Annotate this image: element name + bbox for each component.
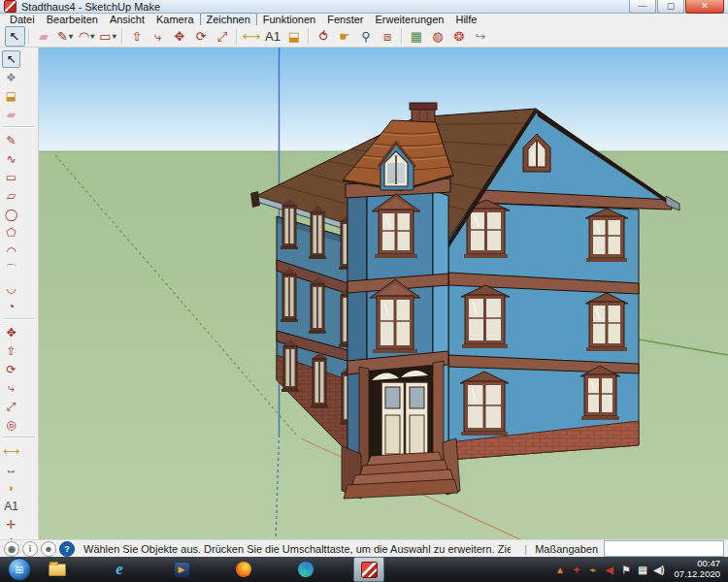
window[interactable] — [281, 268, 298, 322]
offset-tool-button[interactable]: ◎ — [2, 416, 20, 434]
help-button[interactable]: ? — [59, 541, 75, 557]
rectangle-tool-button[interactable]: ▭▾ — [98, 26, 118, 47]
push-pull-tool-button[interactable]: ⇧ — [2, 342, 20, 360]
dimension-tool-button[interactable]: ↔ — [2, 461, 20, 478]
maximize-button[interactable]: ▢ — [657, 0, 684, 14]
add-location-icon: ▦ — [411, 30, 422, 43]
protractor-tool-button[interactable]: ◗ — [2, 479, 20, 497]
action-center-flag-button[interactable]: ⚑ — [618, 565, 633, 575]
menu-kamera[interactable]: Kamera — [150, 14, 200, 25]
window[interactable] — [309, 277, 326, 334]
push-pull-tool-button[interactable]: ⇧ — [127, 26, 148, 47]
sign-in-button[interactable]: ☻ — [41, 541, 56, 557]
taskbar-file-explorer[interactable] — [43, 558, 72, 581]
move-tool-button[interactable]: ✥ — [170, 26, 190, 47]
rotate-tool-button[interactable]: ⟳ — [2, 361, 20, 378]
scene[interactable] — [39, 48, 728, 539]
zoom-extents-tool-button[interactable]: ⧈ — [378, 26, 398, 47]
follow-me-tool-button[interactable]: ⤷ — [149, 26, 169, 47]
move-tool-button[interactable]: ✥ — [2, 324, 20, 341]
extension-warehouse-button[interactable]: ❂ — [449, 26, 470, 47]
orbit-tool-button[interactable]: ⥀ — [314, 26, 334, 47]
window[interactable] — [585, 293, 628, 351]
volume-button[interactable]: ◀) — [651, 565, 666, 575]
paint-bucket-tool-button[interactable]: ⬓ — [284, 26, 305, 47]
line-tool-dropdown-icon[interactable]: ▾ — [69, 32, 73, 41]
tray-broom-button[interactable]: ⌁ — [585, 565, 600, 575]
scale-tool-button[interactable]: ⤢ — [213, 26, 233, 47]
window[interactable] — [461, 285, 510, 348]
window[interactable] — [580, 366, 620, 420]
3d-warehouse-button[interactable]: ◍ — [428, 26, 448, 47]
tape-measure-tool-button[interactable]: ⟷ — [242, 26, 262, 47]
taskbar-sketchup-active[interactable] — [353, 557, 384, 582]
three-point-arc-tool-button[interactable]: ◡ — [2, 279, 20, 297]
menu-erweiterungen[interactable]: Erweiterungen — [370, 14, 450, 25]
tray-speaker-red-button[interactable]: ◀ — [602, 565, 616, 575]
text-tool-button[interactable]: A1 — [263, 26, 283, 47]
tape-measure-tool-button[interactable]: ⟷ — [2, 442, 20, 460]
menu-fenster[interactable]: Fenster — [321, 14, 369, 25]
arc-tool-button[interactable]: ◠ — [2, 242, 20, 260]
pie-tool-button[interactable]: ◔ — [2, 298, 20, 315]
taskbar-clock[interactable]: 00:47 07.12.2020 — [674, 559, 720, 580]
taskbar-internet-explorer[interactable]: e — [105, 558, 134, 581]
window[interactable] — [460, 372, 509, 436]
menu-bearbeiten[interactable]: Bearbeiten — [41, 14, 104, 25]
scale-tool-button[interactable]: ⤢ — [2, 398, 20, 415]
share-model-button[interactable]: ↪ — [471, 26, 491, 47]
window[interactable] — [281, 340, 299, 392]
freehand-tool-icon: ∿ — [6, 153, 16, 165]
large-tool-set: ↖❖⬓▰✎∿▭▱◯⬠◠⌒◡◔✥⇧⟳⤷⤢◎⟷↔◗A1✛A⥀☛⚲⧉⧈↩♙◉∵◫ — [0, 48, 39, 539]
taskbar-edge[interactable] — [291, 558, 320, 581]
menu-ansicht[interactable]: Ansicht — [104, 14, 150, 25]
start-button[interactable]: ⊞ — [8, 558, 31, 581]
rectangle-tool-dropdown-icon[interactable]: ▾ — [113, 32, 116, 41]
two-point-arc-tool-button[interactable]: ⌒ — [2, 261, 20, 278]
minimize-button[interactable]: — — [629, 0, 656, 14]
circle-tool-button[interactable]: ◯ — [2, 206, 20, 223]
line-tool-button[interactable]: ✎ — [2, 132, 20, 149]
window[interactable] — [309, 206, 326, 259]
menu-zeichnen[interactable]: Zeichnen — [200, 13, 257, 26]
follow-me-tool-button[interactable]: ⤷ — [2, 379, 20, 397]
line-tool-button[interactable]: ✎▾ — [55, 26, 76, 47]
tray-app-orange-button[interactable]: ▲ — [552, 565, 567, 575]
make-component-button[interactable]: ❖ — [2, 69, 20, 86]
select-tool-button[interactable]: ↖ — [5, 26, 25, 47]
window[interactable] — [585, 209, 628, 262]
network-button[interactable]: ▤ — [635, 565, 649, 575]
rotated-rectangle-tool-button[interactable]: ▱ — [2, 187, 20, 205]
zoom-tool-button[interactable]: ⚲ — [356, 26, 377, 47]
taskbar-firefox[interactable] — [229, 558, 258, 581]
left-wall-windows[interactable] — [281, 199, 357, 425]
window[interactable] — [311, 352, 328, 408]
polygon-tool-button[interactable]: ⬠ — [2, 224, 20, 242]
eraser-tool-button[interactable]: ▰ — [2, 106, 20, 123]
geolocation-button[interactable]: ◉ — [4, 541, 19, 557]
menu-hilfe[interactable]: Hilfe — [449, 14, 482, 25]
rectangle-tool-button[interactable]: ▭ — [2, 169, 20, 186]
close-button[interactable]: ✕ — [685, 0, 724, 14]
taskbar-media-player[interactable]: ▶ — [167, 558, 196, 581]
rotate-tool-button[interactable]: ⟳ — [191, 26, 212, 47]
corner-tower[interactable] — [342, 120, 460, 499]
arc-tool-dropdown-icon[interactable]: ▾ — [90, 32, 94, 41]
menu-funktionen[interactable]: Funktionen — [257, 14, 321, 25]
dimension-tool-icon: ↔ — [6, 464, 17, 475]
tray-app-red-button[interactable]: ✦ — [569, 565, 583, 575]
menu-datei[interactable]: Datei — [4, 14, 41, 25]
model-viewport[interactable] — [39, 48, 728, 539]
window[interactable] — [281, 199, 298, 249]
select-tool-button[interactable]: ↖ — [2, 50, 20, 68]
model-info-button[interactable]: i — [22, 541, 38, 557]
axes-tool-button[interactable]: ✛ — [2, 516, 20, 534]
freehand-tool-button[interactable]: ∿ — [2, 150, 20, 168]
text-tool-button[interactable]: A1 — [2, 498, 20, 515]
eraser-tool-button[interactable]: ▰ — [34, 26, 54, 47]
arc-tool-button[interactable]: ◠▾ — [77, 26, 97, 47]
measurements-input[interactable] — [604, 540, 724, 557]
add-location-button[interactable]: ▦ — [407, 26, 427, 47]
pan-tool-button[interactable]: ☛ — [335, 26, 355, 47]
paint-bucket-tool-button[interactable]: ⬓ — [2, 87, 20, 105]
